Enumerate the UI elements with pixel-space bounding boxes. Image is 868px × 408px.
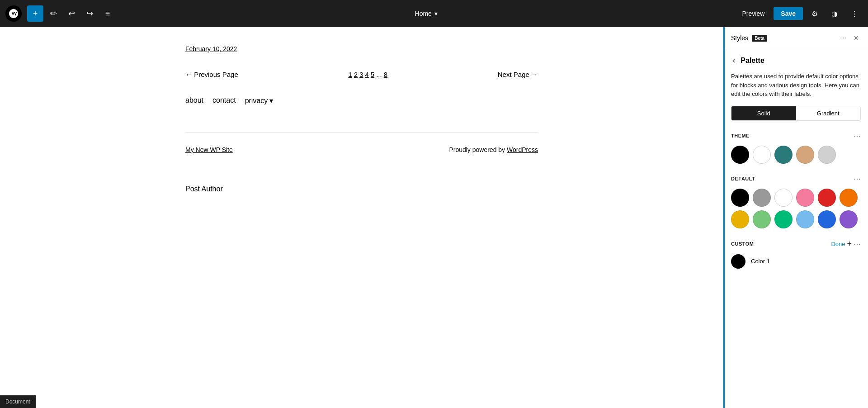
default-section-header: DEFAULT ⋯: [731, 175, 861, 183]
preview-button[interactable]: Preview: [737, 7, 770, 20]
theme-section-menu[interactable]: ⋯: [854, 132, 861, 140]
default-color-yellow[interactable]: [731, 210, 749, 228]
right-panel-wrapper: Styles Beta ⋯ ✕ ‹ Palette: [723, 27, 868, 408]
redo-icon: ↪: [86, 9, 93, 19]
page-3[interactable]: 3: [359, 71, 363, 78]
default-color-greenlight[interactable]: [753, 210, 771, 228]
toolbar-right: Preview Save ⚙ ◑ ⋮: [737, 5, 863, 22]
nav-about[interactable]: about: [185, 96, 203, 105]
toggle-group: Solid Gradient: [731, 106, 861, 121]
default-color-black[interactable]: [731, 189, 749, 207]
page-8[interactable]: 8: [384, 71, 387, 78]
chevron-down-icon: ▾: [269, 96, 273, 105]
next-page-link[interactable]: Next Page →: [498, 71, 538, 78]
page-5[interactable]: 5: [371, 71, 374, 78]
custom-section: CUSTOM Done + ⋯ Color 1: [724, 236, 868, 272]
more-icon: ⋮: [851, 9, 858, 18]
undo-icon: ↩: [68, 9, 75, 19]
close-icon: ✕: [854, 34, 859, 42]
contrast-icon: ◑: [831, 9, 838, 18]
default-color-orange[interactable]: [840, 189, 858, 207]
theme-color-white[interactable]: [753, 146, 771, 164]
default-color-green[interactable]: [774, 210, 793, 228]
powered-by: Proudly powered by WordPress: [449, 146, 538, 153]
more-options-button[interactable]: ⋮: [846, 5, 863, 22]
panel-close-button[interactable]: ✕: [852, 33, 861, 43]
edit-icon: ✏: [50, 9, 57, 19]
wp-logo: [5, 5, 22, 22]
back-icon: ‹: [733, 57, 735, 64]
doc-bar-label: Document: [5, 399, 30, 405]
settings-button[interactable]: ⚙: [807, 5, 823, 22]
default-color-bluelight[interactable]: [796, 210, 814, 228]
default-color-purple[interactable]: [840, 210, 858, 228]
theme-section-title: THEME: [731, 133, 750, 138]
custom-color-1-swatch[interactable]: [731, 254, 745, 269]
theme-color-black[interactable]: [731, 146, 749, 164]
panel-body: ‹ Palette Palettes are used to provide d…: [724, 49, 868, 408]
gear-icon: ⚙: [811, 9, 818, 18]
theme-color-swatches: [731, 146, 861, 164]
chevron-down-icon: ▾: [434, 10, 438, 17]
more-icon: ⋯: [840, 34, 846, 42]
theme-color-section: THEME ⋯: [724, 128, 868, 171]
default-color-pink[interactable]: [796, 189, 814, 207]
default-color-blue[interactable]: [818, 210, 836, 228]
palette-title: Palette: [741, 57, 764, 65]
page-4[interactable]: 4: [365, 71, 369, 78]
custom-color-row: Color 1: [731, 254, 861, 269]
save-button[interactable]: Save: [774, 7, 803, 20]
canvas-content: February 10, 2022 ← Previous Page 1 2 3 …: [158, 45, 565, 193]
default-color-white[interactable]: [774, 189, 793, 207]
page-selector[interactable]: Home ▾: [415, 10, 438, 17]
default-section-menu[interactable]: ⋯: [854, 175, 861, 183]
done-button[interactable]: Done: [831, 241, 845, 247]
page-name: Home: [415, 10, 432, 17]
custom-section-menu[interactable]: ⋯: [854, 240, 861, 248]
redo-button[interactable]: ↪: [81, 5, 98, 22]
page-numbers: 1 2 3 4 5 ... 8: [348, 71, 387, 78]
page-1[interactable]: 1: [348, 71, 352, 78]
post-author: Post Author: [185, 185, 538, 193]
default-color-red[interactable]: [818, 189, 836, 207]
default-color-swatches: [731, 189, 861, 207]
theme-color-teal[interactable]: [774, 146, 793, 164]
palette-header: ‹ Palette: [724, 49, 868, 72]
edit-button[interactable]: ✏: [45, 5, 61, 22]
theme-color-lightgray[interactable]: [818, 146, 836, 164]
privacy-label: privacy: [245, 97, 268, 105]
nav-privacy[interactable]: privacy ▾: [245, 96, 274, 105]
default-color-gray[interactable]: [753, 189, 771, 207]
panel-title: Styles: [731, 34, 748, 42]
nav-contact[interactable]: contact: [212, 96, 236, 105]
powered-by-text: Proudly powered by: [449, 146, 507, 153]
prev-page-link[interactable]: ← Previous Page: [185, 71, 238, 78]
list-icon: ≡: [105, 9, 110, 19]
wordpress-link[interactable]: WordPress: [507, 146, 538, 153]
main-wrapper: February 10, 2022 ← Previous Page 1 2 3 …: [0, 27, 868, 408]
add-color-button[interactable]: +: [847, 239, 852, 249]
ellipsis: ...: [376, 71, 382, 78]
wordpress-icon: [8, 8, 19, 19]
right-panel: Styles Beta ⋯ ✕ ‹ Palette: [723, 27, 868, 408]
canvas-area: February 10, 2022 ← Previous Page 1 2 3 …: [0, 27, 723, 408]
undo-button[interactable]: ↩: [63, 5, 80, 22]
default-color-swatches-row2: [731, 210, 861, 228]
solid-toggle[interactable]: Solid: [731, 106, 796, 120]
date-link[interactable]: February 10, 2022: [185, 45, 538, 52]
footer-nav: about contact privacy ▾: [185, 96, 538, 105]
site-footer: My New WP Site Proudly powered by WordPr…: [185, 132, 538, 167]
list-view-button[interactable]: ≡: [99, 5, 116, 22]
page-2[interactable]: 2: [354, 71, 358, 78]
panel-border: [723, 27, 725, 408]
site-name-link[interactable]: My New WP Site: [185, 146, 233, 153]
add-button[interactable]: +: [27, 5, 43, 22]
panel-more-button[interactable]: ⋯: [838, 33, 848, 43]
gradient-toggle[interactable]: Gradient: [796, 106, 861, 120]
theme-color-peach[interactable]: [796, 146, 814, 164]
palette-description: Palettes are used to provide default col…: [724, 72, 868, 106]
contrast-button[interactable]: ◑: [826, 5, 843, 22]
toolbar-center: Home ▾: [118, 10, 735, 17]
back-button[interactable]: ‹: [731, 55, 737, 66]
pagination: ← Previous Page 1 2 3 4 5 ... 8 Next Pag…: [185, 71, 538, 78]
